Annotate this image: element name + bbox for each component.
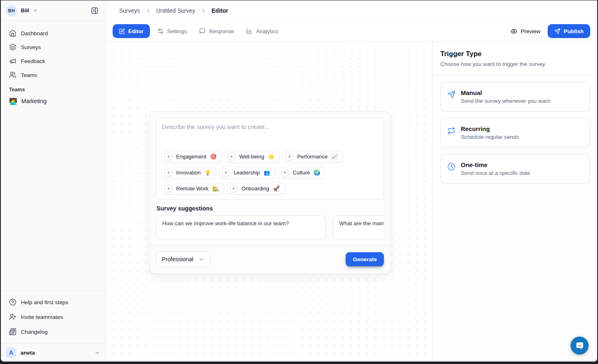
chip-label: Engagement	[176, 154, 206, 160]
home-icon	[9, 29, 16, 37]
collapse-sidebar-button[interactable]	[89, 5, 100, 16]
repeat-icon	[447, 127, 455, 140]
chevron-down-icon	[33, 8, 38, 13]
sidebar-item-label: Invite teammates	[21, 314, 63, 320]
rocket-emoji-icon: 🚀	[273, 185, 279, 192]
trigger-option-recurring[interactable]: Recurring Schedule regular sends	[440, 118, 590, 147]
topic-chips: Engagement 🎯 Well-being 🌟 Performance	[162, 151, 378, 194]
topic-chip-innovation[interactable]: Innovation 💡	[162, 167, 216, 179]
message-square-icon	[199, 28, 206, 34]
trigger-option-one-time[interactable]: One-time Send once at a specific date	[440, 154, 590, 183]
newspaper-icon	[9, 328, 16, 335]
breadcrumb-current-editor: Editor	[212, 7, 228, 14]
composer-footer: Professional Generate	[156, 246, 384, 267]
sidebar-nav: Dashboard Surveys Feedback Teams	[1, 21, 105, 110]
topic-chip-performance[interactable]: Performance 📈	[283, 151, 343, 163]
account-name: aneta	[20, 350, 35, 356]
account-menu[interactable]: A aneta	[1, 343, 105, 362]
topic-chip-onboarding[interactable]: Onboarding 🚀	[227, 183, 285, 194]
sidebar-item-label: Help and first steps	[21, 299, 68, 305]
sidebar-item-label: Feedback	[21, 58, 45, 64]
chip-label: Onboarding	[241, 185, 269, 192]
content-row: Describe the survey you want to create..…	[106, 42, 597, 362]
chat-launcher-button[interactable]	[571, 337, 589, 355]
users-icon	[9, 71, 16, 79]
tab-label: Analytics	[256, 28, 278, 34]
chip-label: Remote Work	[176, 185, 208, 192]
sidebar-item-dashboard[interactable]: Dashboard	[6, 26, 100, 40]
chip-label: Innovation	[176, 170, 201, 176]
tab-label: Response	[209, 28, 234, 34]
publish-label: Publish	[564, 28, 584, 34]
sidebar-item-invite[interactable]: Invite teammates	[6, 310, 100, 324]
chip-label: Performance	[297, 154, 327, 160]
globe-emoji-icon: 🌍	[314, 170, 320, 176]
tab-settings[interactable]: Settings	[152, 24, 192, 38]
busts-emoji-icon: 👥	[264, 170, 270, 176]
sidebar-item-label: Dashboard	[21, 30, 48, 36]
tab-editor[interactable]: Editor	[113, 24, 150, 38]
chip-label: Culture	[293, 170, 310, 176]
app-window: BH Bill Dashboard Surveys	[1, 0, 597, 362]
option-title: One-time	[461, 161, 530, 168]
panel-right-icon	[91, 7, 98, 14]
sidebar-item-surveys[interactable]: Surveys	[6, 40, 100, 54]
breadcrumb-survey-name[interactable]: Untitled Survey	[156, 7, 195, 14]
account-avatar: A	[6, 347, 16, 358]
workspace-name: Bill	[21, 7, 29, 14]
square-pen-icon	[119, 28, 125, 34]
add-icon	[222, 169, 230, 177]
house-emoji-icon: 🏡	[212, 185, 219, 192]
sidebar-item-teams[interactable]: Teams	[6, 68, 100, 82]
panel-header: Trigger Type Choose how you want to trig…	[433, 42, 597, 75]
sidebar-item-help[interactable]: Help and first steps	[6, 295, 100, 310]
sidebar-item-team-marketing[interactable]: 🧑‍💻 Marketing	[6, 94, 100, 109]
breadcrumb: Surveys Untitled Survey Editor	[106, 0, 597, 21]
star-emoji-icon: 🌟	[268, 154, 274, 160]
send-icon	[447, 90, 455, 104]
breadcrumb-surveys[interactable]: Surveys	[119, 7, 140, 14]
preview-label: Preview	[521, 28, 540, 34]
trigger-options: Manual Send the survey whenever you want…	[433, 75, 597, 197]
editor-canvas[interactable]: Describe the survey you want to create..…	[106, 42, 433, 362]
suggestions-title: Survey suggestions	[156, 205, 383, 212]
trigger-option-manual[interactable]: Manual Send the survey whenever you want	[440, 82, 590, 111]
sidebar-item-label: Changelog	[21, 329, 48, 335]
main-area: Surveys Untitled Survey Editor Editor Se…	[106, 0, 597, 362]
topic-chip-culture[interactable]: Culture 🌍	[279, 167, 326, 179]
topic-chip-leadership[interactable]: Leadership 👥	[219, 167, 276, 179]
sidebar: BH Bill Dashboard Surveys	[1, 0, 106, 362]
sidebar-spacer	[1, 110, 105, 290]
chip-label: Leadership	[233, 170, 260, 176]
bar-chart-icon	[246, 28, 253, 34]
chevron-down-icon	[94, 350, 100, 356]
suggestion-card[interactable]: What are the main ob	[333, 215, 384, 240]
panel-title: Trigger Type	[440, 50, 590, 58]
option-description: Send the survey whenever you want	[461, 98, 550, 104]
prompt-placeholder: Describe the survey you want to create..…	[162, 124, 378, 130]
sidebar-item-feedback[interactable]: Feedback	[6, 54, 100, 68]
option-description: Send once at a specific date	[461, 170, 530, 176]
workspace-switcher[interactable]: BH Bill	[1, 0, 105, 21]
survey-prompt-input[interactable]: Describe the survey you want to create..…	[156, 118, 384, 200]
suggestion-card[interactable]: How can we improve work-life balance in …	[156, 215, 326, 240]
workspace-avatar: BH	[6, 5, 17, 16]
tab-response[interactable]: Response	[194, 24, 239, 38]
clock-icon	[447, 163, 455, 176]
teams-section-label: Teams	[9, 87, 97, 93]
trigger-type-panel: Trigger Type Choose how you want to trig…	[433, 42, 597, 362]
topic-chip-engagement[interactable]: Engagement 🎯	[162, 151, 222, 163]
publish-button[interactable]: Publish	[548, 24, 590, 38]
tab-analytics[interactable]: Analytics	[241, 24, 283, 38]
generate-button[interactable]: Generate	[346, 252, 384, 266]
eye-icon	[510, 28, 517, 35]
chevron-right-icon	[201, 8, 206, 14]
tone-value: Professional	[162, 256, 193, 262]
tone-select[interactable]: Professional	[156, 251, 210, 267]
topic-chip-well-being[interactable]: Well-being 🌟	[225, 151, 280, 163]
topic-chip-remote-work[interactable]: Remote Work 🏡	[162, 183, 224, 194]
sidebar-item-changelog[interactable]: Changelog	[6, 324, 100, 339]
preview-button[interactable]: Preview	[510, 28, 540, 35]
team-name: Marketing	[21, 98, 46, 104]
add-icon	[229, 185, 238, 193]
